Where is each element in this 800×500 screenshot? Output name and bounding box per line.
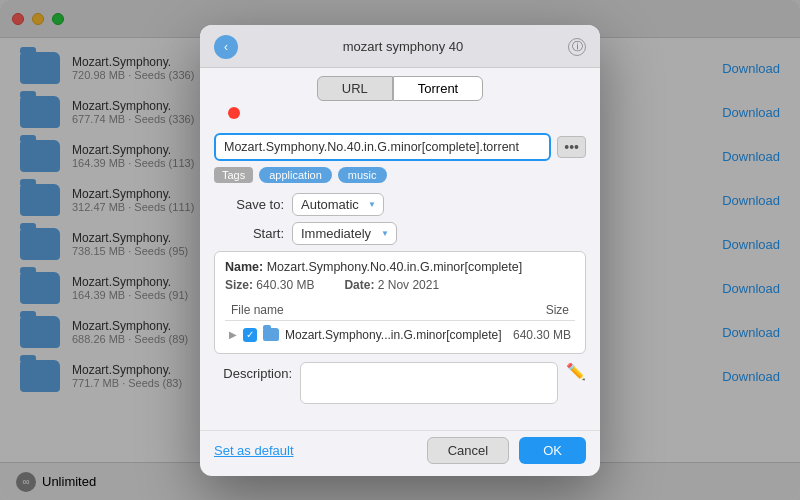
file-row-name: Mozart.Symphony...in.G.minor[complete] xyxy=(285,328,507,342)
file-folder-icon xyxy=(263,328,279,341)
footer-buttons: Cancel OK xyxy=(427,437,586,464)
start-select-wrapper: Immediately xyxy=(292,222,397,245)
file-info-name: Name: Mozart.Symphony.No.40.in.G.minor[c… xyxy=(225,260,575,274)
back-button[interactable]: ‹ xyxy=(214,35,238,59)
save-to-label: Save to: xyxy=(214,197,284,212)
tab-bar: URL Torrent xyxy=(200,68,600,107)
file-info-box: Name: Mozart.Symphony.No.40.in.G.minor[c… xyxy=(214,251,586,354)
file-date: Date: 2 Nov 2021 xyxy=(344,278,439,292)
tags-label: Tags xyxy=(214,167,253,183)
start-row: Start: Immediately xyxy=(214,222,586,245)
file-name-value: Mozart.Symphony.No.40.in.G.minor[complet… xyxy=(267,260,522,274)
start-label: Start: xyxy=(214,226,284,241)
tag-application[interactable]: application xyxy=(259,167,332,183)
save-to-select-wrapper: Automatic xyxy=(292,193,384,216)
modal-footer: Set as default Cancel OK xyxy=(200,430,600,476)
info-button[interactable]: ⓘ xyxy=(568,38,586,56)
tab-torrent[interactable]: Torrent xyxy=(393,76,483,101)
start-select[interactable]: Immediately xyxy=(292,222,397,245)
torrent-input[interactable] xyxy=(214,133,551,161)
set-default-button[interactable]: Set as default xyxy=(214,443,294,458)
file-size: Size: 640.30 MB xyxy=(225,278,314,292)
pencil-icon[interactable]: ✏️ xyxy=(566,362,586,381)
col-size: Size xyxy=(546,303,569,317)
expand-arrow-icon[interactable]: ▶ xyxy=(229,329,237,340)
torrent-dialog: ‹ mozart symphony 40 ⓘ URL Torrent ••• T… xyxy=(200,25,600,476)
file-table-header: File name Size xyxy=(225,300,575,321)
description-input[interactable] xyxy=(300,362,558,404)
cancel-button[interactable]: Cancel xyxy=(427,437,509,464)
ok-button[interactable]: OK xyxy=(519,437,586,464)
tags-row: Tags application music xyxy=(214,167,586,183)
description-label: Description: xyxy=(214,362,292,381)
modal-titlebar: ‹ mozart symphony 40 ⓘ xyxy=(200,25,600,68)
dots-button[interactable]: ••• xyxy=(557,136,586,158)
modal-title: mozart symphony 40 xyxy=(246,39,560,54)
tag-music[interactable]: music xyxy=(338,167,387,183)
modal-body: ••• Tags application music Save to: Auto… xyxy=(200,125,600,426)
tab-url[interactable]: URL xyxy=(317,76,393,101)
save-to-select[interactable]: Automatic xyxy=(292,193,384,216)
modal-overlay: ‹ mozart symphony 40 ⓘ URL Torrent ••• T… xyxy=(0,0,800,500)
file-row-size: 640.30 MB xyxy=(513,328,571,342)
description-row: Description: ✏️ xyxy=(214,362,586,404)
torrent-input-row: ••• xyxy=(214,133,586,161)
status-red-dot xyxy=(228,107,240,119)
file-name-label: Name: xyxy=(225,260,263,274)
file-checkbox[interactable]: ✓ xyxy=(243,328,257,342)
file-table-row: ▶ ✓ Mozart.Symphony...in.G.minor[complet… xyxy=(225,325,575,345)
col-filename: File name xyxy=(231,303,284,317)
save-to-row: Save to: Automatic xyxy=(214,193,586,216)
file-info-meta: Size: 640.30 MB Date: 2 Nov 2021 xyxy=(225,278,575,292)
